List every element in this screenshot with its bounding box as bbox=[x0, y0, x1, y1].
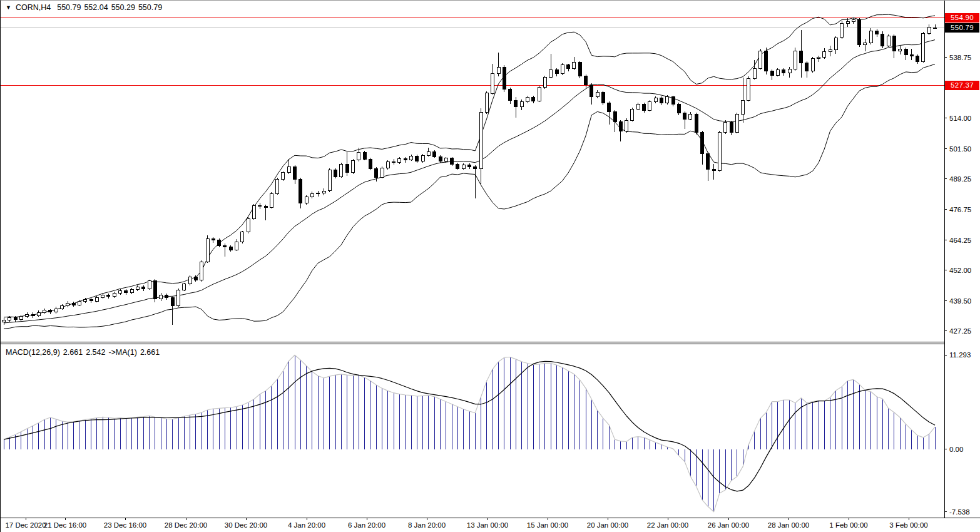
price-tick-label: 439.50 bbox=[949, 297, 971, 305]
bearish-candle bbox=[765, 51, 768, 71]
bearish-candle bbox=[468, 165, 471, 167]
bullish-candle bbox=[561, 65, 564, 74]
bearish-candle bbox=[107, 295, 110, 297]
chart-window: 538.75514.00501.50489.25476.75464.25452.… bbox=[0, 0, 980, 532]
bearish-candle bbox=[858, 19, 861, 44]
time-tick-label: 20 Jan 00:00 bbox=[587, 521, 629, 529]
bearish-candle bbox=[695, 114, 698, 132]
macd-ma-value: 2.661 bbox=[140, 348, 160, 357]
quote-header: ▼CORN,H4550.79552.04550.29550.79 bbox=[6, 3, 165, 12]
macd-tick-label: -7.538 bbox=[949, 508, 970, 516]
bearish-candle bbox=[707, 153, 710, 170]
bullish-candle bbox=[631, 109, 634, 120]
bearish-candle bbox=[264, 207, 267, 208]
bearish-candle bbox=[514, 101, 518, 106]
bearish-candle bbox=[194, 277, 197, 280]
quote-open: 550.79 bbox=[57, 3, 81, 12]
bearish-candle bbox=[805, 63, 809, 71]
bullish-candle bbox=[549, 69, 553, 77]
bearish-candle bbox=[910, 54, 913, 56]
bullish-candle bbox=[235, 242, 238, 250]
bullish-candle bbox=[887, 36, 890, 46]
bearish-candle bbox=[345, 164, 349, 172]
bullish-candle bbox=[922, 34, 925, 61]
bullish-candle bbox=[357, 152, 360, 160]
bullish-candle bbox=[718, 133, 721, 171]
bearish-candle bbox=[578, 63, 581, 76]
bullish-candle bbox=[37, 312, 40, 316]
bearish-candle bbox=[712, 170, 715, 171]
bearish-candle bbox=[258, 206, 262, 207]
bearish-candle bbox=[229, 247, 232, 250]
quote-low: 550.29 bbox=[111, 3, 135, 12]
bullish-candle bbox=[759, 51, 762, 68]
bearish-candle bbox=[567, 65, 570, 69]
bullish-candle bbox=[398, 159, 401, 163]
bullish-candle bbox=[78, 302, 81, 305]
price-badge-current[interactable]: 550.79 bbox=[945, 23, 979, 33]
bullish-candle bbox=[61, 306, 64, 309]
time-tick-label: 4 Jan 20:00 bbox=[288, 521, 325, 529]
bullish-candle bbox=[869, 31, 872, 43]
bearish-candle bbox=[49, 310, 52, 312]
bullish-candle bbox=[19, 316, 23, 319]
bullish-candle bbox=[206, 238, 209, 262]
bullish-candle bbox=[636, 105, 640, 110]
bullish-candle bbox=[282, 173, 285, 180]
bearish-candle bbox=[892, 36, 896, 51]
bullish-candle bbox=[811, 59, 814, 71]
bullish-candle bbox=[95, 298, 98, 302]
price-chart-surface[interactable]: 538.75514.00501.50489.25476.75464.25452.… bbox=[1, 1, 980, 532]
bearish-candle bbox=[770, 71, 773, 76]
bearish-candle bbox=[439, 156, 442, 161]
bearish-candle bbox=[142, 287, 145, 289]
quote-close: 550.79 bbox=[138, 3, 162, 12]
bearish-candle bbox=[334, 170, 337, 177]
bearish-candle bbox=[212, 238, 215, 240]
bullish-candle bbox=[543, 78, 546, 88]
bullish-candle bbox=[252, 206, 255, 218]
bearish-candle bbox=[299, 179, 302, 203]
bearish-candle bbox=[584, 76, 588, 85]
bullish-candle bbox=[526, 98, 529, 102]
bullish-candle bbox=[788, 69, 791, 73]
bearish-candle bbox=[31, 314, 34, 315]
bearish-candle bbox=[619, 121, 622, 131]
bearish-candle bbox=[643, 105, 646, 111]
price-badge-high[interactable]: 554.90 bbox=[945, 13, 979, 23]
bullish-candle bbox=[689, 114, 692, 119]
bullish-candle bbox=[183, 284, 186, 290]
bearish-candle bbox=[165, 295, 168, 298]
bullish-candle bbox=[352, 160, 355, 173]
price-tick-label: 501.50 bbox=[949, 145, 971, 153]
bullish-candle bbox=[625, 120, 628, 131]
price-badge-level[interactable]: 527.37 bbox=[945, 81, 979, 90]
price-tick-label: 427.25 bbox=[949, 327, 971, 335]
bullish-candle bbox=[66, 303, 69, 306]
time-tick-label: 13 Jan 00:00 bbox=[467, 521, 509, 529]
bullish-candle bbox=[776, 70, 779, 76]
bearish-candle bbox=[363, 152, 366, 159]
bullish-candle bbox=[497, 68, 500, 73]
bullish-candle bbox=[654, 98, 657, 102]
collapse-indicator-icon[interactable]: ▼ bbox=[6, 4, 11, 11]
candles-layer bbox=[3, 18, 937, 325]
bearish-candle bbox=[677, 105, 680, 113]
bullish-candle bbox=[287, 166, 290, 173]
bearish-candle bbox=[916, 56, 919, 61]
bearish-candle bbox=[881, 34, 884, 46]
bearish-candle bbox=[701, 133, 704, 153]
bullish-candle bbox=[829, 49, 832, 51]
bearish-candle bbox=[601, 92, 605, 103]
bearish-candle bbox=[474, 167, 477, 169]
bearish-candle bbox=[555, 69, 558, 73]
bullish-candle bbox=[462, 165, 465, 169]
bearish-candle bbox=[800, 51, 803, 63]
macd-tick-label: 0.00 bbox=[949, 446, 963, 453]
bullish-candle bbox=[270, 193, 273, 207]
macd-indicator-header: MACD(12,26,9)2.6612.542->MA(1)2.661 bbox=[6, 348, 163, 357]
price-tick-label: 476.75 bbox=[949, 206, 971, 213]
bullish-candle bbox=[317, 193, 320, 194]
bullish-candle bbox=[130, 290, 133, 293]
bearish-candle bbox=[72, 303, 75, 305]
